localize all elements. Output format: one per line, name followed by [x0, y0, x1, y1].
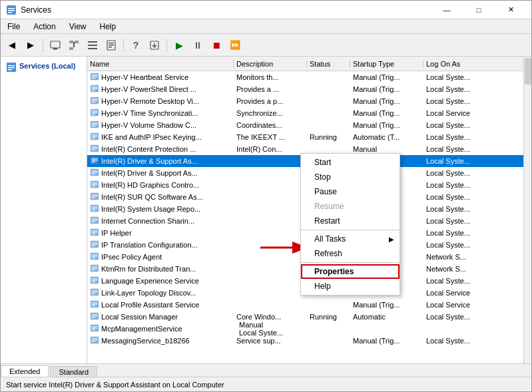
scrollbar[interactable] — [523, 57, 531, 363]
svg-rect-4 — [51, 41, 60, 48]
context-menu-item-refresh[interactable]: Refresh — [301, 246, 399, 261]
svg-rect-69 — [92, 206, 98, 207]
toolbar-stop[interactable]: ⏹ — [208, 37, 225, 54]
svg-rect-45 — [92, 134, 98, 135]
cell-logon: Local Syste... — [423, 217, 490, 225]
cell-name: KtmRm for Distributed Tran... — [87, 264, 234, 274]
menu-action[interactable]: Action — [27, 21, 62, 33]
col-header-status[interactable]: Status — [307, 60, 350, 68]
svg-rect-82 — [92, 244, 98, 244]
status-bar: Start service Intel(R) Driver & Support … — [1, 377, 531, 391]
cell-startup: Automatic — [350, 313, 423, 321]
svg-rect-83 — [92, 245, 95, 246]
svg-rect-11 — [88, 41, 97, 43]
row-icon — [90, 276, 99, 286]
cell-logon: Local Syste... — [423, 241, 490, 249]
svg-rect-74 — [92, 220, 98, 220]
tab-extended[interactable]: Extended — [1, 365, 49, 377]
cell-name: Internet Connection Sharin... — [87, 216, 234, 226]
cell-desc: Provides a ... — [234, 85, 307, 93]
svg-rect-77 — [92, 230, 98, 231]
cell-logon: Local Syste... — [423, 133, 490, 141]
cell-startup: Manual (Trig... — [350, 73, 423, 81]
toolbar-help[interactable]: ? — [127, 37, 144, 54]
cell-name: Local Session Manager — [87, 311, 234, 322]
toolbar-props[interactable] — [103, 37, 120, 54]
red-arrow-indicator — [260, 238, 300, 262]
list-item[interactable]: McpManagementService Manual Local Syste.… — [87, 323, 523, 335]
row-icon — [90, 323, 99, 334]
cell-startup: Manual (Trig... — [350, 97, 423, 105]
list-item[interactable]: IKE and AuthIP IPsec Keying... The IKEEX… — [87, 131, 523, 143]
col-header-desc[interactable]: Description — [234, 60, 307, 68]
svg-rect-12 — [88, 45, 97, 46]
svg-rect-46 — [92, 136, 98, 136]
tab-standard[interactable]: Standard — [50, 366, 97, 377]
cell-desc: Manual Local Syste... — [234, 321, 307, 337]
list-item[interactable]: Hyper-V Heartbeat Service Monitors th...… — [87, 71, 523, 83]
toolbar-forward[interactable]: ▶ — [22, 37, 39, 54]
context-menu-item-pause[interactable]: Pause — [301, 184, 399, 199]
toolbar-tree[interactable] — [65, 37, 83, 54]
toolbar-back[interactable]: ◀ — [3, 37, 21, 54]
row-icon — [90, 168, 99, 178]
cell-startup: Automatic (T... — [350, 133, 423, 141]
toolbar-restart[interactable]: ⏩ — [226, 37, 244, 54]
minimize-button[interactable]: — — [431, 1, 462, 19]
context-menu-item-properties[interactable]: Properties — [301, 264, 399, 279]
list-item[interactable]: MessagingService_b18266 Service sup... M… — [87, 335, 523, 347]
toolbar-computer[interactable] — [47, 37, 64, 54]
toolbar-export[interactable] — [146, 37, 163, 54]
list-item[interactable]: Hyper-V PowerShell Direct ... Provides a… — [87, 83, 523, 95]
svg-rect-49 — [92, 146, 98, 147]
list-item[interactable]: Local Profile Assistant Service Manual (… — [87, 299, 523, 311]
cell-logon: Network S... — [423, 265, 490, 273]
cell-name: Intel(R) Driver & Support As... — [87, 168, 234, 178]
col-header-logon[interactable]: Log On As — [423, 60, 490, 68]
row-icon — [90, 72, 99, 83]
toolbar-list[interactable] — [84, 37, 101, 54]
svg-rect-33 — [92, 98, 98, 99]
svg-rect-90 — [92, 268, 98, 268]
menu-view[interactable]: View — [63, 21, 93, 33]
context-menu-item-help[interactable]: Help — [301, 279, 399, 294]
col-header-name[interactable]: Name — [87, 60, 234, 68]
svg-rect-93 — [92, 278, 98, 279]
svg-rect-34 — [92, 100, 98, 100]
list-item[interactable]: Hyper-V Volume Shadow C... Coordinates..… — [87, 119, 523, 131]
cell-name: Intel(R) System Usage Repo... — [87, 204, 234, 214]
svg-rect-78 — [92, 232, 98, 232]
cell-name: IP Translation Configuration... — [87, 240, 234, 250]
context-menu-separator — [301, 262, 399, 263]
toolbar-pause[interactable]: ⏸ — [189, 37, 206, 54]
svg-rect-62 — [92, 184, 98, 184]
row-icon — [90, 204, 99, 214]
col-header-startup[interactable]: Startup Type — [350, 60, 423, 68]
row-icon — [90, 299, 99, 310]
menu-file[interactable]: File — [1, 21, 27, 33]
row-icon — [90, 216, 99, 226]
context-menu-item-all-tasks[interactable]: All Tasks▶ — [301, 232, 399, 246]
context-menu-item-restart[interactable]: Restart — [301, 214, 399, 228]
context-menu-item-start[interactable]: Start — [301, 155, 399, 170]
svg-rect-5 — [53, 49, 57, 50]
svg-rect-53 — [92, 158, 98, 159]
toolbar-play[interactable]: ▶ — [170, 37, 188, 54]
cell-logon: Network S... — [423, 253, 490, 261]
menu-help[interactable]: Help — [93, 21, 123, 33]
svg-rect-55 — [92, 161, 95, 162]
svg-rect-71 — [92, 209, 95, 210]
app-icon — [6, 5, 17, 15]
row-icon — [90, 120, 99, 130]
svg-rect-58 — [92, 172, 98, 172]
context-menu-item-stop[interactable]: Stop — [301, 170, 399, 184]
window-title: Services — [21, 5, 51, 15]
close-button[interactable]: ✕ — [495, 1, 526, 19]
svg-rect-95 — [92, 281, 95, 282]
svg-rect-98 — [92, 292, 98, 292]
cell-desc: Provides a p... — [234, 97, 307, 105]
list-item[interactable]: Hyper-V Time Synchronizati... Synchroniz… — [87, 107, 523, 119]
maximize-button[interactable]: □ — [463, 1, 494, 19]
list-item[interactable]: Hyper-V Remote Desktop Vi... Provides a … — [87, 95, 523, 107]
left-panel-title: Services (Local) — [19, 62, 75, 70]
